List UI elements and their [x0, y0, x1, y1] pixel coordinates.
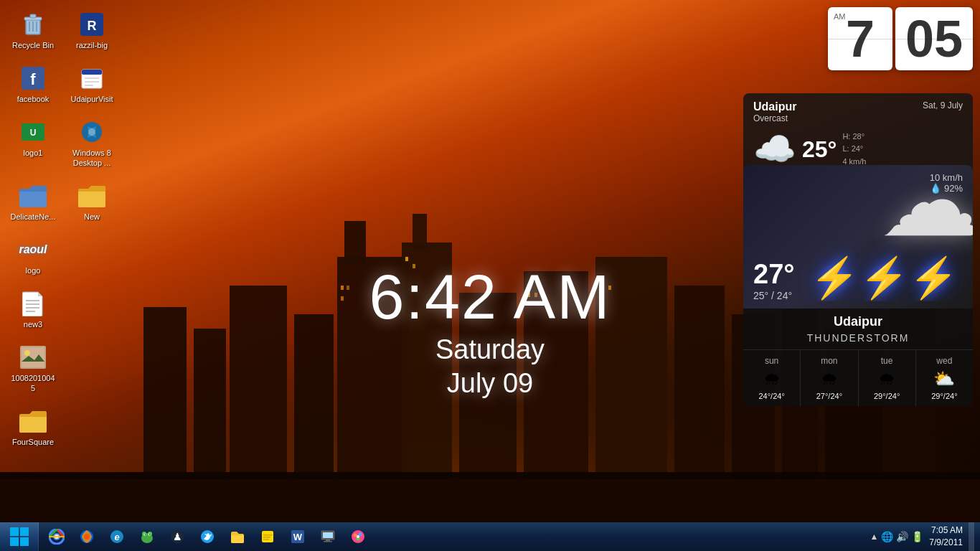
forecast-sun-temps: 24°/24°: [758, 392, 784, 400]
forecast-wed-temps: 29°/24°: [931, 392, 957, 400]
center-clock: 6:42 AM Saturday July 09: [369, 265, 611, 399]
tray-arrow[interactable]: ▲: [870, 532, 878, 542]
weather-big-visual: ☁ ⚡⚡⚡ 10 km/h 💧 92% 27° 25° / 24°: [743, 165, 973, 309]
svg-point-71: [149, 534, 151, 535]
icon-delicate-new-label: DelicateNe...: [11, 212, 56, 222]
svg-rect-52: [22, 347, 44, 367]
weather-top-temp: 25°: [802, 136, 837, 163]
taskbar-firefox[interactable]: [72, 522, 102, 551]
icon-razzil-big[interactable]: R razzil-big: [66, 7, 118, 53]
delicate-new-folder-icon: [19, 182, 47, 210]
system-tray: ▲ 🌐 🔊 🔋: [870, 531, 923, 542]
weather-top-date: Sat, 9 July: [923, 100, 963, 110]
taskbar-ie[interactable]: e: [102, 522, 132, 551]
flip-clock-widget: AM 7 05: [828, 7, 973, 70]
icon-recycle-bin[interactable]: Recycle Bin: [7, 7, 59, 53]
taskbar: e ♟: [0, 522, 980, 551]
svg-point-46: [88, 128, 95, 136]
forecast-wed-icon: ⛅: [933, 369, 955, 389]
forecast-mon: mon 🌧 27°/24°: [801, 350, 858, 406]
forecast-row: sun 🌧 24°/24° mon 🌧 27°/24° tue 🌧 29°/24…: [743, 349, 973, 406]
svg-rect-54: [10, 527, 19, 536]
center-time-display: 6:42 AM: [369, 265, 611, 329]
clock-minute-block: 05: [895, 7, 973, 70]
taskbar-word[interactable]: W: [283, 522, 313, 551]
icon-image-label: 10082010045: [10, 374, 56, 392]
icon-facebook[interactable]: f facebook: [7, 61, 59, 107]
icon-logo[interactable]: raoul logo: [7, 232, 59, 278]
svg-text:R: R: [88, 19, 97, 33]
taskbar-sticky[interactable]: [253, 522, 283, 551]
svg-rect-27: [0, 479, 980, 522]
icon-windows8[interactable]: Windows 8 Desktop ...: [66, 115, 118, 170]
taskbar-twitter[interactable]: [192, 522, 222, 551]
svg-text:f: f: [30, 70, 36, 88]
forecast-tue-icon: 🌧: [878, 369, 895, 389]
icon-logo1-label: logo1: [24, 149, 43, 158]
icon-facebook-label: facebook: [17, 95, 50, 104]
weather-widget-top: Udaipur Overcast Sat, 9 July ☁️ 25° H: 2…: [743, 93, 973, 176]
weather-widget-big: ☁ ⚡⚡⚡ 10 km/h 💧 92% 27° 25° / 24° Udaipu…: [743, 165, 973, 406]
icon-logo1[interactable]: U logo1: [7, 115, 59, 170]
facebook-icon: f: [19, 64, 47, 93]
clock-hour-block: AM 7: [828, 7, 892, 70]
taskbar-date: 7/9/2011: [929, 537, 963, 549]
taskbar-clock[interactable]: 7:05 AM 7/9/2011: [929, 524, 963, 549]
forecast-tue: tue 🌧 29°/24°: [859, 350, 916, 406]
svg-rect-39: [82, 70, 102, 75]
icon-new3[interactable]: new3: [7, 286, 59, 332]
icon-logo-label: logo: [26, 266, 41, 276]
svg-text:U: U: [30, 128, 37, 138]
svg-text:♟: ♟: [173, 531, 182, 542]
taskbar-explorer[interactable]: [222, 522, 253, 551]
svg-rect-19: [341, 296, 344, 301]
icon-foursquare[interactable]: FourSquare: [7, 404, 59, 450]
udaipur-visit-icon: [77, 64, 106, 93]
weather-big-condition: THUNDERSTORM: [743, 332, 973, 349]
forecast-tue-label: tue: [881, 356, 893, 366]
forecast-sun: sun 🌧 24°/24°: [743, 350, 801, 406]
desktop-icons-container: Recycle Bin R razzil-big f facebook: [7, 7, 118, 450]
svg-point-70: [145, 534, 146, 535]
clock-hour-digit: 7: [846, 10, 875, 67]
weather-top-condition: Overcast: [753, 113, 796, 123]
icon-new[interactable]: New: [66, 179, 118, 225]
svg-rect-17: [341, 286, 344, 290]
taskbar-steam[interactable]: ♟: [162, 522, 192, 551]
start-button[interactable]: [0, 522, 39, 551]
svg-rect-84: [324, 541, 332, 542]
foursquare-folder-icon: [19, 407, 47, 435]
svg-rect-76: [263, 534, 272, 536]
svg-rect-8: [413, 214, 427, 250]
svg-rect-78: [263, 539, 269, 540]
forecast-sun-label: sun: [765, 356, 778, 366]
forecast-wed-label: wed: [936, 356, 952, 366]
logo1-icon: U: [19, 118, 47, 146]
icon-foursquare-label: FourSquare: [12, 438, 54, 447]
taskbar-chrome[interactable]: [42, 522, 72, 551]
tray-volume-icon[interactable]: 🔊: [896, 531, 908, 542]
weather-big-wind: 10 km/h 💧 92%: [930, 172, 963, 194]
svg-point-86: [354, 534, 357, 537]
show-desktop-button[interactable]: [969, 522, 974, 551]
svg-rect-18: [347, 286, 349, 290]
icon-image[interactable]: 10082010045: [7, 340, 59, 395]
icon-udaipur-label: UdaipurVisit: [70, 95, 113, 104]
forecast-mon-icon: 🌧: [821, 369, 838, 389]
new-folder-icon: [77, 182, 106, 210]
svg-point-89: [357, 535, 359, 538]
image-icon: [19, 343, 47, 372]
icon-recycle-bin-label: Recycle Bin: [12, 41, 54, 50]
taskbar-paint[interactable]: [343, 522, 373, 551]
windows8-icon: [77, 118, 106, 146]
am-pm-label: AM: [834, 13, 846, 21]
system-tray-area: ▲ 🌐 🔊 🔋 7:05 AM 7/9/2011: [870, 522, 980, 551]
weather-top-details: H: 28° L: 24° 4 km/h: [842, 131, 866, 169]
svg-text:e: e: [114, 532, 119, 542]
icon-delicate-new[interactable]: DelicateNe...: [7, 179, 59, 225]
taskbar-app1[interactable]: [132, 522, 162, 551]
icon-new-label: New: [84, 212, 100, 222]
taskbar-pinned-icons: e ♟: [39, 522, 376, 551]
taskbar-app2[interactable]: [313, 522, 343, 551]
icon-udaipur-visit[interactable]: UdaipurVisit: [66, 61, 118, 107]
